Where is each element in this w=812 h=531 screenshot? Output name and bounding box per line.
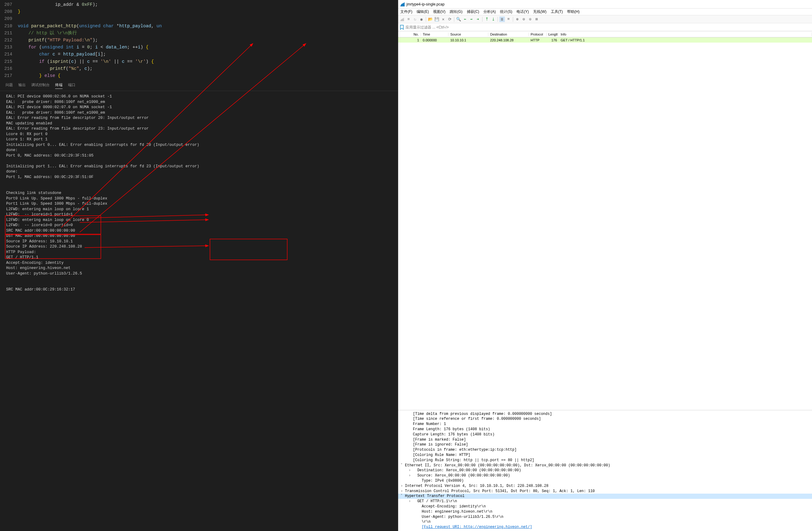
first-packet-icon[interactable]: ⤒ bbox=[484, 17, 490, 22]
packet-row[interactable]: 10.00000010.10.10.1220.248.108.28HTTP176… bbox=[398, 38, 812, 43]
detail-line[interactable]: [Coloring Rule String: http || tcp.port … bbox=[398, 458, 812, 463]
detail-line[interactable]: › GET / HTTP/1.1\r\n bbox=[398, 499, 812, 504]
line-number: 208 bbox=[0, 8, 18, 15]
detail-line[interactable]: Frame Number: 1 bbox=[398, 422, 812, 427]
panel-tabs: 问题 输出 调试控制台 终端 端口 bbox=[0, 80, 398, 91]
tree-toggle-icon[interactable]: › bbox=[409, 468, 413, 473]
save-file-icon[interactable]: 💾 bbox=[434, 17, 439, 22]
code-line[interactable]: 215 if (isprint(c) || c == '\n' || c == … bbox=[0, 58, 398, 65]
tab-ports[interactable]: 端口 bbox=[68, 83, 75, 89]
zoom-out-icon[interactable]: ⊖ bbox=[521, 17, 527, 22]
tree-toggle-icon[interactable]: › bbox=[401, 489, 405, 494]
col-source[interactable]: Source bbox=[448, 32, 488, 36]
detail-line[interactable]: [Full request URI: http://engineering.hi… bbox=[398, 525, 812, 530]
capture-options-icon[interactable]: ◉ bbox=[419, 17, 424, 22]
tree-toggle-icon[interactable]: ˅ bbox=[401, 493, 405, 499]
code-line[interactable]: 210void parse_packet_http(unsigned char … bbox=[0, 23, 398, 30]
detail-line[interactable]: [Frame is marked: False] bbox=[398, 437, 812, 442]
detail-line[interactable]: [Coloring Rule Name: HTTP] bbox=[398, 453, 812, 458]
display-filter-input[interactable] bbox=[406, 25, 811, 29]
code-line[interactable]: 207 ip_addr & 0xFF); bbox=[0, 1, 398, 8]
tab-terminal[interactable]: 终端 bbox=[55, 83, 62, 89]
detail-line[interactable]: Accept-Encoding: identity\r\n bbox=[398, 504, 812, 509]
col-time[interactable]: Time bbox=[421, 32, 448, 36]
detail-line[interactable]: ˅Hypertext Transfer Protocol bbox=[398, 493, 812, 499]
restart-capture-icon[interactable]: ↻ bbox=[412, 17, 418, 22]
code-line[interactable]: 213 for (unsigned int i = 0; i < data_le… bbox=[0, 44, 398, 51]
detail-line[interactable]: Frame Length: 176 bytes (1408 bits) bbox=[398, 427, 812, 432]
detail-line[interactable]: Type: IPv4 (0x0800) bbox=[398, 478, 812, 484]
find-packet-icon[interactable]: 🔍 bbox=[456, 17, 461, 22]
code-line[interactable]: 217 } else { bbox=[0, 72, 398, 79]
detail-line[interactable]: › Destination: Xerox_00:00:00 (00:00:00:… bbox=[398, 468, 812, 473]
colorize-icon[interactable]: ≡ bbox=[506, 17, 511, 22]
menu-item[interactable]: 捕获(C) bbox=[465, 9, 481, 14]
col-info[interactable]: Info bbox=[559, 32, 812, 36]
go-back-icon[interactable]: ⬅ bbox=[462, 17, 468, 22]
detail-line[interactable]: User-Agent: python-urllib3/1.26.5\r\n bbox=[398, 514, 812, 520]
menu-item[interactable]: 电话(Y) bbox=[514, 9, 531, 14]
packet-list: No. Time Source Destination Protocol Len… bbox=[398, 31, 812, 43]
code-line[interactable]: 214 char c = http_payload[i]; bbox=[0, 51, 398, 58]
line-number: 213 bbox=[0, 44, 18, 51]
detail-line[interactable]: Capture Length: 176 bytes (1408 bits) bbox=[398, 432, 812, 437]
zoom-in-icon[interactable]: ⊕ bbox=[515, 17, 520, 22]
display-filter-bar bbox=[398, 23, 812, 31]
detail-line[interactable]: [Protocols in frame: eth:ethertype:ip:tc… bbox=[398, 447, 812, 453]
menu-item[interactable]: 视图(V) bbox=[431, 9, 448, 14]
detail-line[interactable]: ›Internet Protocol Version 4, Src: 10.10… bbox=[398, 484, 812, 489]
detail-line[interactable]: [Time delta from previous displayed fram… bbox=[398, 412, 812, 417]
stop-capture-icon[interactable]: ■ bbox=[406, 17, 411, 22]
tree-toggle-icon[interactable]: › bbox=[401, 484, 405, 489]
shark-fin-icon[interactable] bbox=[400, 17, 405, 22]
menu-item[interactable]: 无线(W) bbox=[531, 9, 548, 14]
reload-icon[interactable]: ⟳ bbox=[447, 17, 452, 22]
menu-item[interactable]: 帮助(H) bbox=[565, 9, 582, 14]
open-file-icon[interactable]: 📂 bbox=[427, 17, 433, 22]
wireshark-icon bbox=[400, 2, 405, 7]
detail-line[interactable]: › Source: Xerox_00:00:00 (00:00:00:00:00… bbox=[398, 473, 812, 478]
line-number: 217 bbox=[0, 72, 18, 79]
menu-item[interactable]: 文件(F) bbox=[398, 9, 415, 14]
menu-item[interactable]: 分析(A) bbox=[481, 9, 498, 14]
go-forward-icon[interactable]: ➡ bbox=[469, 17, 474, 22]
wireshark-toolbar: ■ ↻ ◉ 📂 💾 ✕ ⟳ 🔍 ⬅ ➡ ➜ ⤒ ⤓ ≣ ≡ ⊕ ⊖ ⊙ ⊞ bbox=[398, 15, 812, 23]
detail-line[interactable]: Host: engineering.hiveon.net\r\n bbox=[398, 509, 812, 514]
detail-line[interactable]: ›Transmission Control Protocol, Src Port… bbox=[398, 489, 812, 494]
tab-output[interactable]: 输出 bbox=[18, 83, 26, 89]
menu-item[interactable]: 统计(S) bbox=[498, 9, 514, 14]
detail-line[interactable]: [Time since reference or first frame: 0.… bbox=[398, 416, 812, 422]
tree-toggle-icon[interactable]: › bbox=[409, 473, 413, 478]
tab-debug[interactable]: 调试控制台 bbox=[31, 83, 50, 89]
code-line[interactable]: 216 printf("%c", c); bbox=[0, 65, 398, 72]
close-file-icon[interactable]: ✕ bbox=[440, 17, 446, 22]
col-length[interactable]: Lengtl bbox=[547, 32, 559, 36]
packet-details[interactable]: [Time delta from previous displayed fram… bbox=[398, 410, 812, 531]
detail-line[interactable]: ˅Ethernet II, Src: Xerox_00:00:00 (00:00… bbox=[398, 463, 812, 468]
resize-columns-icon[interactable]: ⊞ bbox=[534, 17, 539, 22]
code-line[interactable]: 208} bbox=[0, 8, 398, 15]
bookmark-icon[interactable] bbox=[400, 25, 404, 30]
code-line[interactable]: 209 bbox=[0, 15, 398, 23]
code-editor[interactable]: 207 ip_addr & 0xFF);208}209210void parse… bbox=[0, 0, 398, 80]
line-number: 212 bbox=[0, 37, 18, 44]
col-destination[interactable]: Destination bbox=[488, 32, 529, 36]
terminal-output[interactable]: EAL: PCI device 0000:02:06.0 on NUMA soc… bbox=[0, 91, 398, 531]
menu-item[interactable]: 工具(T) bbox=[549, 9, 565, 14]
code-line[interactable]: 211 // http 以 \r\n换行 bbox=[0, 30, 398, 37]
last-packet-icon[interactable]: ⤓ bbox=[491, 17, 496, 22]
menu-item[interactable]: 编辑(E) bbox=[415, 9, 431, 14]
auto-scroll-icon[interactable]: ≣ bbox=[499, 17, 505, 22]
tree-toggle-icon[interactable]: ˅ bbox=[401, 463, 405, 468]
code-line[interactable]: 212 printf("HTTP Payload:\n"); bbox=[0, 37, 398, 44]
col-no[interactable]: No. bbox=[398, 32, 421, 36]
packet-list-blank[interactable] bbox=[398, 43, 812, 410]
detail-line[interactable]: \r\n bbox=[398, 519, 812, 525]
menu-item[interactable]: 跳转(G) bbox=[448, 9, 464, 14]
zoom-reset-icon[interactable]: ⊙ bbox=[527, 17, 533, 22]
tree-toggle-icon[interactable]: › bbox=[409, 499, 413, 504]
tab-problems[interactable]: 问题 bbox=[5, 83, 13, 89]
jump-packet-icon[interactable]: ➜ bbox=[475, 17, 481, 22]
detail-line[interactable]: [Frame is ignored: False] bbox=[398, 442, 812, 447]
col-protocol[interactable]: Protocol bbox=[529, 32, 547, 36]
